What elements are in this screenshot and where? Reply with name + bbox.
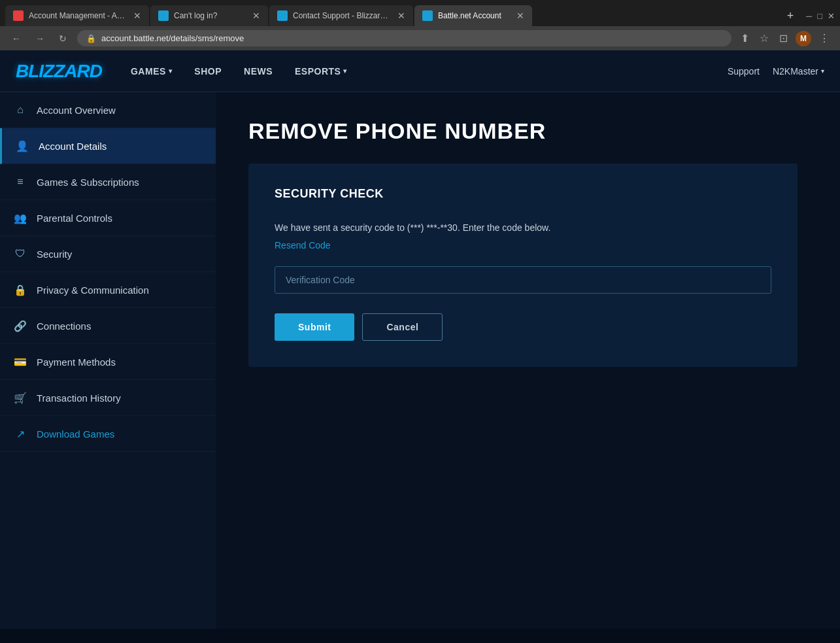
sidebar-label: Connections (37, 321, 91, 332)
blizzard-logo: BLIZZARD (16, 61, 102, 82)
sidebar-label: Parental Controls (37, 213, 112, 224)
submit-button[interactable]: Submit (275, 313, 354, 341)
sidebar-item-account-details[interactable]: 👤 Account Details (0, 128, 216, 164)
chevron-down-icon: ▾ (821, 67, 824, 75)
main-nav: BLIZZARD GAMES▾SHOPNEWSESPORTS▾ Support … (0, 50, 840, 92)
sidebar-item-games-subscriptions[interactable]: ≡ Games & Subscriptions (0, 164, 216, 200)
menu-icon[interactable]: ⋮ (816, 31, 832, 46)
nav-right: Support N2KMaster ▾ (728, 66, 824, 77)
new-tab-button[interactable]: + (781, 7, 799, 25)
user-menu[interactable]: N2KMaster ▾ (773, 66, 824, 77)
minimize-icon[interactable]: ─ (806, 11, 812, 21)
browser-chrome: Account Management - Activision ✕ Can't … (0, 0, 840, 50)
maximize-icon[interactable]: □ (817, 11, 822, 21)
home-icon: ⌂ (13, 103, 27, 117)
card-icon: 💳 (13, 355, 27, 369)
nav-link-games[interactable]: GAMES▾ (122, 61, 181, 82)
star-icon[interactable]: ☆ (757, 31, 771, 46)
sidebar-item-connections[interactable]: 🔗 Connections (0, 308, 216, 344)
url-box[interactable]: 🔒 account.battle.net/details/sms/remove (77, 30, 731, 46)
back-button[interactable]: ← (8, 32, 25, 45)
chevron-down-icon: ▾ (343, 67, 347, 75)
person-icon: 👤 (15, 139, 29, 153)
url-text: account.battle.net/details/sms/remove (101, 33, 244, 43)
tab-title: Contact Support - Blizzard Supp... (293, 11, 392, 20)
link-icon: 🔗 (13, 319, 27, 333)
sidebar-item-payment-methods[interactable]: 💳 Payment Methods (0, 344, 216, 380)
tab-title: Battle.net Account (438, 11, 511, 20)
profile-avatar[interactable]: M (796, 31, 811, 46)
nav-link-news[interactable]: NEWS (235, 61, 282, 82)
browser-tab-tab2[interactable]: Can't log in? ✕ (150, 5, 268, 26)
lock-icon: 🔒 (86, 34, 96, 43)
resend-code-link[interactable]: Resend Code (275, 240, 771, 251)
toolbar-actions: ⬆ ☆ ⊡ M ⋮ (738, 31, 832, 46)
sidebar-label: Security (37, 249, 72, 260)
layout-icon[interactable]: ⊡ (777, 31, 790, 46)
cart-icon: 🛒 (13, 391, 27, 405)
tab-icon (13, 10, 24, 21)
sidebar-label: Transaction History (37, 392, 121, 404)
browser-tab-tab3[interactable]: Contact Support - Blizzard Supp... ✕ (269, 5, 413, 26)
nav-links: GAMES▾SHOPNEWSESPORTS▾ (122, 61, 356, 82)
tab-title: Account Management - Activision (29, 11, 128, 20)
tab-icon (277, 10, 288, 21)
security-message: We have sent a security code to (***) **… (275, 220, 771, 235)
sidebar-item-parental-controls[interactable]: 👥 Parental Controls (0, 200, 216, 236)
page-footer: 🌐 English (US) ⇅ BLIZZARD ENTERTAINMENT … (0, 629, 840, 643)
tab-icon (158, 10, 169, 21)
refresh-button[interactable]: ↻ (55, 32, 71, 45)
tab-close-button[interactable]: ✕ (516, 10, 524, 21)
sidebar-item-security[interactable]: 🛡 Security (0, 236, 216, 272)
chevron-down-icon: ▾ (169, 67, 173, 75)
address-bar: ← → ↻ 🔒 account.battle.net/details/sms/r… (0, 26, 840, 50)
tab-close-button[interactable]: ✕ (397, 10, 405, 21)
share-icon[interactable]: ⬆ (738, 31, 752, 46)
sidebar-label: Privacy & Communication (37, 285, 149, 296)
forward-button[interactable]: → (31, 32, 48, 45)
tab-bar: Account Management - Activision ✕ Can't … (0, 0, 840, 26)
tab-icon (422, 10, 433, 21)
sidebar-item-account-overview[interactable]: ⌂ Account Overview (0, 92, 216, 128)
sidebar-label: Account Overview (37, 105, 116, 116)
cancel-button[interactable]: Cancel (362, 313, 443, 341)
tab-title: Can't log in? (174, 11, 247, 20)
lock-icon: 🔒 (13, 283, 27, 297)
sidebar-label: Payment Methods (37, 356, 116, 368)
sidebar-item-privacy-communication[interactable]: 🔒 Privacy & Communication (0, 272, 216, 308)
sidebar-label: Download Games (37, 428, 114, 440)
sidebar: ⌂ Account Overview 👤 Account Details ≡ G… (0, 92, 216, 629)
browser-tab-tab1[interactable]: Account Management - Activision ✕ (5, 5, 149, 26)
page-layout: ⌂ Account Overview 👤 Account Details ≡ G… (0, 92, 840, 629)
button-row: Submit Cancel (275, 313, 771, 341)
card-title: SECURITY CHECK (275, 187, 771, 201)
security-card: SECURITY CHECK We have sent a security c… (248, 164, 798, 367)
sidebar-item-download-games[interactable]: ↗ Download Games (0, 416, 216, 452)
support-link[interactable]: Support (728, 66, 760, 77)
tab-close-button[interactable]: ✕ (252, 10, 260, 21)
tab-close-button[interactable]: ✕ (133, 10, 141, 21)
nav-link-shop[interactable]: SHOP (185, 61, 231, 82)
nav-link-esports[interactable]: ESPORTS▾ (286, 61, 356, 82)
sidebar-label: Account Details (39, 141, 107, 152)
main-content: REMOVE PHONE NUMBER SECURITY CHECK We ha… (216, 92, 840, 629)
sidebar-item-transaction-history[interactable]: 🛒 Transaction History (0, 380, 216, 416)
page-title: REMOVE PHONE NUMBER (248, 118, 807, 144)
verification-code-input[interactable] (275, 266, 771, 294)
username-label: N2KMaster (773, 66, 818, 77)
browser-tab-tab4[interactable]: Battle.net Account ✕ (414, 5, 532, 26)
external-icon: ↗ (13, 426, 27, 441)
sidebar-label: Games & Subscriptions (37, 177, 139, 188)
list-icon: ≡ (13, 175, 27, 189)
close-icon[interactable]: ✕ (828, 11, 835, 21)
people-icon: 👥 (13, 211, 27, 225)
shield-icon: 🛡 (13, 247, 27, 261)
